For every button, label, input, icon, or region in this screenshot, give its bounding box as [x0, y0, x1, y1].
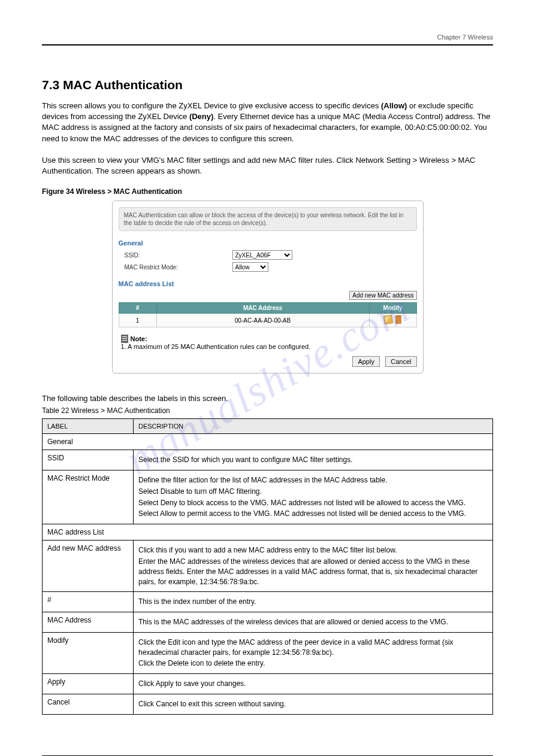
cancel-button[interactable]: Cancel	[385, 356, 416, 367]
table-row: Add new MAC addressClick this if you wan…	[43, 541, 493, 592]
desc-cell: This is the MAC addresses of the wireles…	[134, 612, 493, 633]
desc-cell: Click the Edit icon and type the MAC add…	[134, 632, 493, 673]
label-cell: Add new MAC address	[43, 541, 134, 592]
table-row: 1 00-AC-AA-AD-00-AB	[119, 314, 416, 327]
mode-select[interactable]: Allow	[232, 262, 268, 272]
header-rule	[42, 44, 493, 45]
label-cell: MAC Restrict Mode	[43, 470, 134, 524]
col-modify: Modify	[369, 303, 416, 314]
th-label: LABEL	[43, 419, 134, 434]
config-panel: MAC Authentication can allow or block th…	[112, 201, 424, 374]
mode-label: MAC Restrict Mode:	[119, 264, 232, 271]
label-cell: MAC Address	[43, 612, 134, 633]
maclist-heading: MAC address List	[119, 280, 417, 287]
general-heading: General	[119, 239, 417, 247]
fields-intro: The following table describes the labels…	[42, 394, 493, 403]
label-cell: SSID	[43, 450, 134, 470]
table-row: ModifyClick the Edit icon and type the M…	[43, 632, 493, 673]
section-cell: MAC address List	[43, 524, 493, 541]
label-cell: #	[43, 592, 134, 612]
table-row: MAC AddressThis is the MAC addresses of …	[43, 612, 493, 633]
desc-cell: Click Cancel to exit this screen without…	[134, 694, 493, 715]
section-cell: General	[43, 434, 493, 450]
desc-cell: Define the filter action for the list of…	[134, 470, 493, 524]
desc-cell: Click Apply to save your changes.	[134, 674, 493, 694]
desc-cell: This is the index number of the entry.	[134, 592, 493, 612]
table-row: MAC address List	[43, 524, 493, 541]
add-mac-button[interactable]: Add new MAC address	[349, 291, 416, 300]
label-cell: Apply	[43, 674, 134, 694]
note-block: Note: 1. A maximum of 25 MAC Authenticat…	[121, 335, 417, 350]
table-row: General	[43, 434, 493, 450]
mac-table: # MAC Address Modify 1 00-AC-AA-AD-00-AB	[119, 302, 417, 327]
th-desc: DESCRIPTION	[134, 419, 493, 434]
ssid-label: SSID:	[119, 252, 232, 259]
section-description: This screen allows you to configure the …	[42, 101, 493, 144]
edit-icon[interactable]	[383, 315, 393, 324]
desc-cell: Select the SSID for which you want to co…	[134, 450, 493, 470]
note-icon	[121, 335, 128, 343]
table-row: ApplyClick Apply to save your changes.	[43, 674, 493, 694]
label-cell: Cancel	[43, 694, 134, 715]
figure-label: Figure 34 Wireless > MAC Authentication	[42, 187, 493, 196]
note-title-text: Note:	[131, 335, 147, 342]
table-row: #This is the index number of the entry.	[43, 592, 493, 612]
table-row: CancelClick Cancel to exit this screen w…	[43, 694, 493, 715]
col-num: #	[119, 303, 156, 314]
table-caption: Table 22 Wireless > MAC Authentication	[42, 406, 493, 415]
fields-table: LABEL DESCRIPTION GeneralSSIDSelect the …	[42, 418, 493, 715]
apply-button[interactable]: Apply	[352, 356, 380, 367]
table-row: MAC Restrict ModeDefine the filter actio…	[43, 470, 493, 524]
ssid-select[interactable]: ZyXEL_A06F	[232, 250, 292, 260]
label-cell: Modify	[43, 632, 134, 673]
row-modify	[369, 314, 416, 327]
row-num: 1	[119, 314, 156, 327]
section-description-2: Use this screen to view your VMG's MAC f…	[42, 155, 493, 177]
page-header: Chapter 7 Wireless	[42, 34, 493, 41]
row-mac: 00-AC-AA-AD-00-AB	[156, 314, 369, 327]
desc-cell: Click this if you want to add a new MAC …	[134, 541, 493, 592]
table-row: SSIDSelect the SSID for which you want t…	[43, 450, 493, 470]
info-banner: MAC Authentication can allow or block th…	[119, 207, 417, 231]
note-text: 1. A maximum of 25 MAC Authentication ru…	[121, 343, 417, 350]
delete-icon[interactable]	[395, 315, 401, 324]
section-title: 7.3 MAC Authentication	[42, 78, 493, 92]
col-mac: MAC Address	[156, 303, 369, 314]
